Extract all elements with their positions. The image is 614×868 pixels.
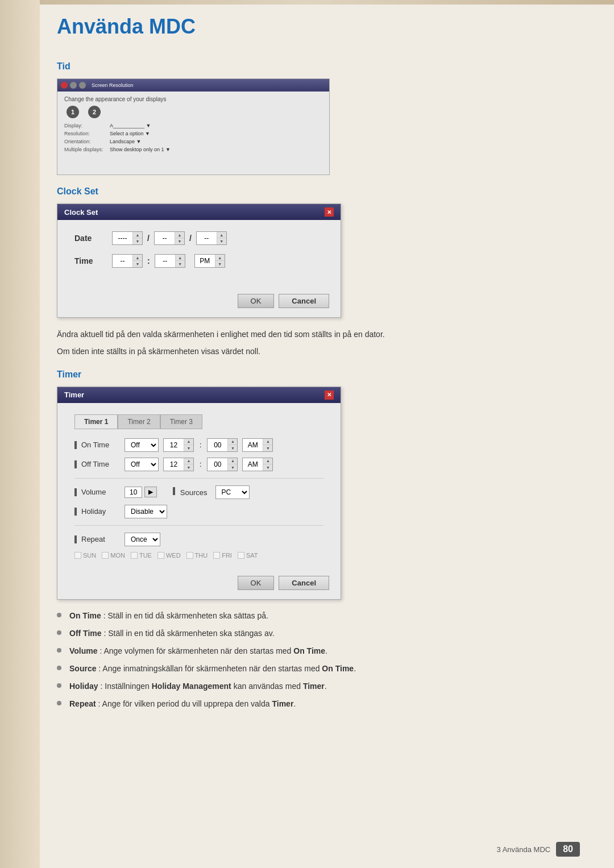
timer-cancel-button[interactable]: Cancel [279,576,329,590]
ampm-up[interactable]: ▲ [215,255,225,261]
off-time-hour-down[interactable]: ▼ [184,464,193,471]
ampm-down[interactable]: ▼ [215,261,225,267]
clock-title: Clock Set [64,208,98,217]
tue-checkbox[interactable] [131,552,138,559]
timer-title: Timer [64,391,84,399]
date-down-3[interactable]: ▼ [217,238,226,244]
repeat-label: Repeat [74,535,120,543]
off-time-select[interactable]: Off [125,458,159,471]
clock-cancel-button[interactable]: Cancel [279,294,329,308]
bullet-text-3: Volume : Ange volymen för skärmenheten n… [69,645,327,657]
date-up-1[interactable]: ▲ [133,232,142,238]
off-time-min-spin[interactable]: 00 ▲ ▼ [207,458,238,471]
date-up-2[interactable]: ▲ [175,232,184,238]
on-time-ampm-up[interactable]: ▲ [263,439,272,445]
time-up-2[interactable]: ▲ [176,255,185,261]
date-up-3[interactable]: ▲ [217,232,226,238]
date-label: Date [74,234,109,243]
on-time-ampm-down[interactable]: ▼ [263,445,272,451]
date-spin-btns-3: ▲ ▼ [217,232,226,244]
timer-holiday-row: Holiday Disable [74,505,323,518]
volume-value: 10 [125,487,142,498]
date-val-2: -- [155,233,175,243]
on-time-select[interactable]: Off [125,438,159,452]
date-spin-1[interactable]: ---- ▲ ▼ [112,231,143,245]
footer-text: 3 Använda MDC [497,845,551,854]
off-time-label: Off Time [74,460,120,468]
timer-heading: Timer [57,369,580,380]
wed-checkbox[interactable] [157,552,164,559]
timer-ok-button[interactable]: OK [238,576,275,590]
timer-tab-1[interactable]: Timer 1 [74,414,118,429]
date-sep-2: / [188,234,193,243]
on-time-min-up[interactable]: ▲ [228,439,237,445]
mon-checkbox[interactable] [102,552,109,559]
repeat-select[interactable]: Once [125,533,160,546]
page-footer: 3 Använda MDC 80 [497,842,580,857]
on-time-ampm-btns: ▲ ▼ [263,439,272,451]
off-time-ampm-btns: ▲ ▼ [263,458,272,471]
time-down-2[interactable]: ▼ [176,261,185,267]
time-spin-btns-2: ▲ ▼ [175,255,185,267]
time-ampm-btns: ▲ ▼ [215,255,225,267]
time-down-1[interactable]: ▼ [133,261,142,267]
sun-checkbox[interactable] [74,552,81,559]
time-label: Time [74,256,109,265]
thu-checkbox[interactable] [186,552,193,559]
off-time-min-up[interactable]: ▲ [228,458,237,464]
on-time-ampm-spin[interactable]: AM ▲ ▼ [242,438,273,452]
holiday-select[interactable]: Disable [125,505,167,518]
date-down-2[interactable]: ▼ [175,238,184,244]
timer-volume-row: Volume 10 ▶ Sources PC [74,485,323,499]
off-time-hour-up[interactable]: ▲ [184,458,193,464]
clock-body: Date ---- ▲ ▼ / -- ▲ [57,220,341,288]
volume-right-btn[interactable]: ▶ [144,487,157,497]
weekday-mon: MON [102,552,125,559]
bullet-item-2: Off Time : Ställ in en tid då skärmenhet… [57,628,580,639]
off-time-ampm-down[interactable]: ▼ [263,464,272,471]
time-colon: : [146,256,151,265]
bullet-text-5: Holiday : Inställningen Holiday Manageme… [69,680,327,692]
sat-checkbox[interactable] [238,552,244,559]
off-time-ampm-up[interactable]: ▲ [263,458,272,464]
clock-ok-button[interactable]: OK [238,294,275,308]
off-time-min-down[interactable]: ▼ [228,464,237,471]
time-up-1[interactable]: ▲ [133,255,142,261]
on-time-min-spin[interactable]: 00 ▲ ▼ [207,438,238,452]
date-spin-3[interactable]: -- ▲ ▼ [196,231,227,245]
volume-label: Volume [74,488,120,496]
off-time-colon: : [198,460,202,468]
clock-set-section: Clock Set Clock Set ✕ Date ---- ▲ [57,186,580,358]
on-time-hour-spin[interactable]: 12 ▲ ▼ [163,438,194,452]
bullet-dot-4 [57,666,61,670]
clock-time-row: Time -- ▲ ▼ : -- ▲ [74,254,323,268]
left-accent [0,0,40,868]
timer-section: Timer Timer ✕ Timer 1 Timer 2 Timer 3 [57,369,580,710]
on-time-min-down[interactable]: ▼ [228,445,237,451]
date-down-1[interactable]: ▼ [133,238,142,244]
clock-close-button[interactable]: ✕ [325,207,334,217]
time-spin-2[interactable]: -- ▲ ▼ [155,254,185,268]
timer-tabs: Timer 1 Timer 2 Timer 3 [74,414,323,429]
timer-tab-3[interactable]: Timer 3 [160,414,202,429]
date-spin-2[interactable]: -- ▲ ▼ [154,231,185,245]
sources-select[interactable]: PC [215,485,250,499]
on-time-hour-down[interactable]: ▼ [184,445,193,451]
off-time-ampm-spin[interactable]: AM ▲ ▼ [242,458,273,471]
time-spin-1[interactable]: -- ▲ ▼ [112,254,143,268]
bullet-dot-1 [57,613,61,617]
off-time-hour-spin[interactable]: 12 ▲ ▼ [163,458,194,471]
clock-titlebar: Clock Set ✕ [57,204,341,220]
timer-close-button[interactable]: ✕ [325,391,334,400]
weekday-sat: SAT [238,552,258,559]
timer-tab-2[interactable]: Timer 2 [118,414,160,429]
time-ampm-spin[interactable]: PM ▲ ▼ [194,254,225,268]
fri-checkbox[interactable] [213,552,220,559]
main-content: Tid Screen Resolution Change the appeara… [0,44,614,738]
mockup-row-1: Display: A___________ ▼ [64,123,322,128]
time-val-1: -- [113,256,132,266]
date-sep-1: / [146,234,151,243]
off-time-min-btns: ▲ ▼ [227,458,237,471]
date-spin-btns-1: ▲ ▼ [132,232,142,244]
on-time-hour-up[interactable]: ▲ [184,439,193,445]
